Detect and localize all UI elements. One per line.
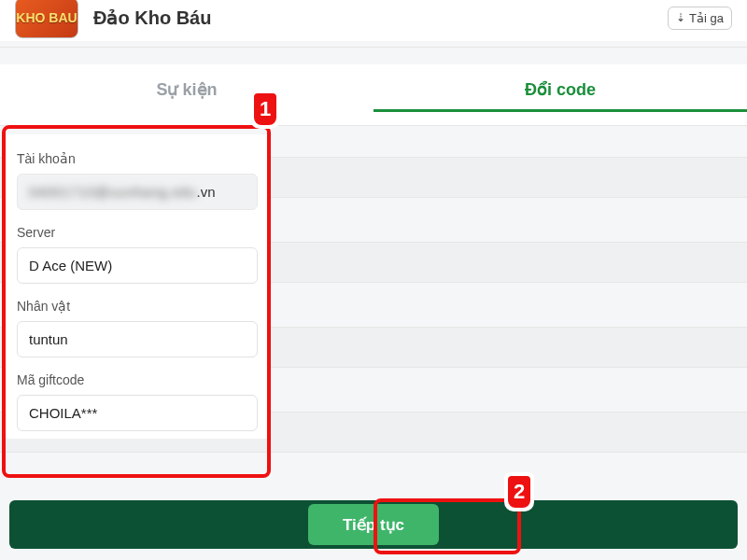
server-select[interactable]: D Ace (NEW) [17, 247, 258, 284]
giftcode-label: Mã giftcode [17, 372, 258, 387]
download-label: Tải ga [689, 11, 724, 25]
field-server: Server D Ace (NEW) [17, 225, 258, 284]
account-value-blurred: 04001710@uunhang.edu [29, 184, 197, 200]
download-button[interactable]: ⇣ Tải ga [668, 7, 732, 30]
account-input[interactable]: 04001710@uunhang.edu .vn [17, 174, 258, 210]
server-label: Server [17, 225, 258, 240]
redeem-form: Tài khoản 04001710@uunhang.edu .vn Serve… [0, 131, 747, 439]
download-icon: ⇣ [676, 11, 685, 24]
continue-button[interactable]: Tiếp tục [308, 504, 439, 545]
header: KHO BAU Đảo Kho Báu ⇣ Tải ga [0, 0, 747, 41]
form-card: Tài khoản 04001710@uunhang.edu .vn Serve… [4, 134, 271, 439]
account-label: Tài khoản [17, 151, 258, 166]
tab-event-label: Sự kiện [156, 80, 217, 99]
step-1-number: 1 [260, 97, 271, 121]
character-input[interactable]: tuntun [17, 321, 258, 357]
page-root: KHO BAU Đảo Kho Báu ⇣ Tải ga Sự kiện Đổi… [0, 0, 747, 560]
step-badge-1: 1 [252, 91, 278, 127]
tab-redeem-label: Đổi code [525, 80, 596, 99]
field-giftcode: Mã giftcode CHOILA*** [17, 372, 258, 431]
field-account: Tài khoản 04001710@uunhang.edu .vn [17, 151, 258, 210]
account-suffix: .vn [197, 184, 216, 200]
app-title: Đảo Kho Báu [93, 7, 211, 29]
step-badge-2: 2 [506, 474, 532, 510]
tabs: Sự kiện Đổi code [0, 64, 747, 126]
step-2-number: 2 [514, 480, 525, 504]
continue-bar: Tiếp tục [9, 500, 738, 549]
app-icon: KHO BAU [15, 0, 78, 38]
tab-event[interactable]: Sự kiện [0, 64, 374, 125]
giftcode-input[interactable]: CHOILA*** [17, 395, 258, 431]
tab-redeem[interactable]: Đổi code [374, 64, 747, 125]
character-label: Nhân vật [17, 299, 258, 314]
field-character: Nhân vật tuntun [17, 299, 258, 357]
header-separator [0, 47, 747, 48]
continue-row: Tiếp tục [9, 500, 738, 549]
